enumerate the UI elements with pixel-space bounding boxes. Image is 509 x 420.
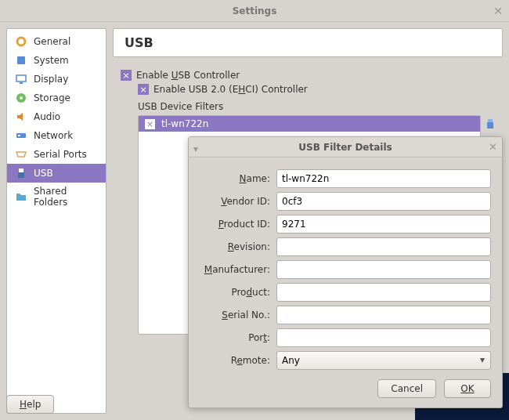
sidebar-item-usb[interactable]: USB — [7, 164, 106, 183]
usb-filter-row[interactable]: × tl-wn722n — [139, 116, 480, 132]
usb-filter-details-dialog: ▾ USB Filter Details ✕ Name: Vendor ID: … — [188, 136, 503, 408]
window-titlebar: Settings ✕ — [0, 0, 509, 22]
sidebar-item-label: Audio — [34, 111, 60, 122]
enable-usb-label: Enable USB Controller — [136, 70, 240, 81]
sidebar-item-system[interactable]: System — [7, 51, 106, 70]
checkbox-icon[interactable]: × — [145, 119, 155, 129]
dialog-title: USB Filter Details — [298, 142, 392, 153]
serial-no-field[interactable] — [276, 306, 491, 324]
sidebar-item-label: Display — [34, 74, 68, 85]
enable-ehci-checkbox[interactable]: × Enable USB 2.0 (EHCI) Controller — [138, 84, 501, 95]
name-label: Name: — [200, 173, 270, 184]
sidebar-item-label: System — [34, 55, 69, 66]
svg-rect-10 — [18, 172, 24, 178]
port-field[interactable] — [276, 328, 491, 347]
revision-label: Revision: — [200, 241, 270, 252]
gear-icon — [15, 35, 27, 48]
sidebar-item-storage[interactable]: Storage — [7, 89, 106, 107]
sidebar-item-label: Shared Folders — [34, 186, 98, 208]
sidebar-item-network[interactable]: Network — [7, 126, 106, 145]
vendor-id-label: Vendor ID: — [200, 196, 270, 207]
serial-port-icon — [15, 148, 27, 161]
sidebar-item-serial-ports[interactable]: Serial Ports — [7, 145, 106, 164]
name-field[interactable] — [276, 169, 491, 188]
usb-filters-label: USB Device Filters — [138, 101, 501, 112]
sidebar-item-shared-folders[interactable]: Shared Folders — [7, 183, 106, 211]
sidebar-item-label: Network — [34, 130, 73, 141]
product-id-field[interactable] — [276, 215, 491, 234]
usb-icon — [15, 167, 27, 179]
port-label: Port: — [200, 332, 270, 343]
help-button[interactable]: Help — [6, 395, 54, 414]
svg-rect-3 — [16, 75, 26, 81]
dialog-titlebar[interactable]: ▾ USB Filter Details ✕ — [189, 137, 502, 158]
window-close-icon[interactable]: ✕ — [493, 5, 503, 17]
checkbox-icon: × — [121, 70, 132, 81]
svg-rect-2 — [17, 56, 25, 64]
product-id-label: Product ID: — [200, 219, 270, 230]
sidebar-item-label: Storage — [34, 92, 70, 103]
product-field[interactable] — [276, 283, 491, 302]
sidebar-item-label: General — [34, 36, 70, 47]
sidebar-item-general[interactable]: General — [7, 32, 106, 51]
manufacturer-label: Manufacturer: — [200, 264, 270, 275]
enable-ehci-label: Enable USB 2.0 (EHCI) Controller — [153, 84, 308, 95]
checkbox-icon: × — [138, 84, 149, 95]
manufacturer-field[interactable] — [276, 260, 491, 279]
folder-icon — [15, 190, 27, 203]
sidebar-item-audio[interactable]: Audio — [7, 107, 106, 126]
remote-label: Remote: — [200, 355, 270, 366]
svg-point-1 — [20, 40, 23, 43]
chip-icon — [15, 54, 27, 67]
sidebar-item-display[interactable]: Display — [7, 70, 106, 89]
remote-select[interactable]: Any — [276, 351, 491, 370]
page-title: USB — [113, 28, 503, 57]
dialog-close-icon[interactable]: ✕ — [489, 141, 497, 153]
svg-rect-9 — [19, 168, 23, 172]
settings-sidebar: General System Display Storage Audio Net… — [6, 28, 106, 414]
enable-usb-checkbox[interactable]: × Enable USB Controller — [121, 70, 501, 81]
sidebar-item-label: Serial Ports — [34, 149, 87, 160]
cancel-button[interactable]: Cancel — [377, 379, 436, 398]
ok-button[interactable]: OK — [444, 379, 491, 398]
vendor-id-field[interactable] — [276, 192, 491, 211]
svg-rect-8 — [18, 135, 20, 136]
add-empty-filter-icon[interactable] — [484, 117, 500, 132]
grip-icon: ▾ — [193, 143, 201, 151]
product-label: Product: — [200, 287, 270, 298]
audio-icon — [15, 110, 27, 123]
svg-point-6 — [20, 96, 23, 100]
window-title: Settings — [233, 5, 277, 16]
svg-rect-7 — [16, 133, 26, 138]
serial-no-label: Serial No.: — [200, 310, 270, 320]
sidebar-item-label: USB — [34, 168, 53, 179]
disk-icon — [15, 92, 27, 104]
network-icon — [15, 129, 27, 142]
svg-rect-4 — [20, 82, 23, 84]
revision-field[interactable] — [276, 237, 491, 256]
svg-rect-11 — [488, 119, 493, 122]
usb-filter-name: tl-wn722n — [161, 118, 208, 129]
svg-rect-12 — [487, 122, 493, 129]
monitor-icon — [15, 73, 27, 85]
